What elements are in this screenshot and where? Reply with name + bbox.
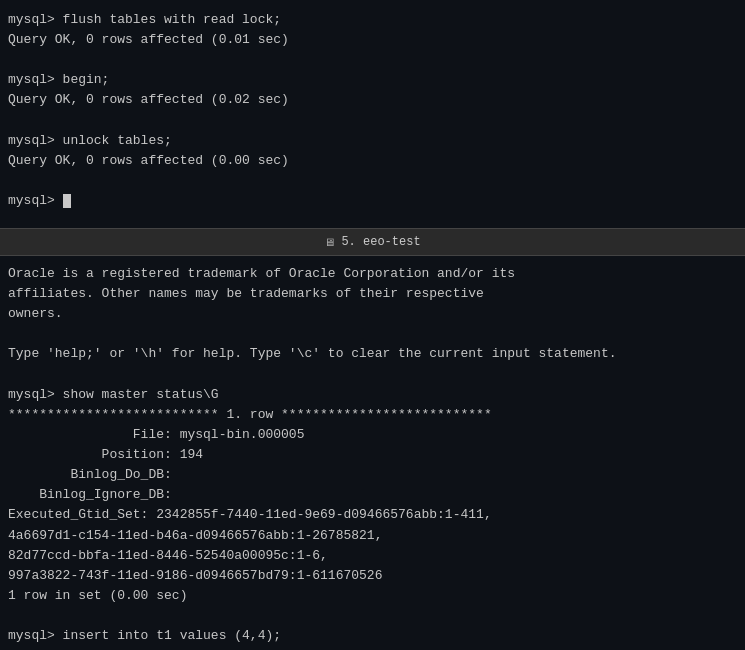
top-line-2: Query OK, 0 rows affected (0.01 sec) <box>8 30 737 50</box>
bottom-file: File: mysql-bin.000005 <box>8 425 737 445</box>
bottom-line-7: mysql> show master status\G <box>8 385 737 405</box>
bottom-gtid-4: 997a3822-743f-11ed-9186-d0946657bd79:1-6… <box>8 566 737 586</box>
top-prompt-cursor: mysql> <box>8 191 737 211</box>
bottom-row-count: 1 row in set (0.00 sec) <box>8 586 737 606</box>
top-line-4: Query OK, 0 rows affected (0.02 sec) <box>8 90 737 110</box>
tab-label[interactable]: 🖥 5. eeo-test <box>324 235 420 249</box>
tab-text: 5. eeo-test <box>341 235 420 249</box>
top-line-3: mysql> begin; <box>8 70 737 90</box>
top-line-5: mysql> unlock tables; <box>8 131 737 151</box>
bottom-insert-result: Query OK, 1 row affected (7.96 sec) <box>8 646 737 650</box>
bottom-terminal: Oracle is a registered trademark of Orac… <box>0 256 745 650</box>
bottom-line-5: Type 'help;' or '\h' for help. Type '\c'… <box>8 344 737 364</box>
bottom-binlog-do: Binlog_Do_DB: <box>8 465 737 485</box>
bottom-stars: *************************** 1. row *****… <box>8 405 737 425</box>
top-line-6: Query OK, 0 rows affected (0.00 sec) <box>8 151 737 171</box>
bottom-line-3: owners. <box>8 304 737 324</box>
top-terminal: mysql> flush tables with read lock; Quer… <box>0 0 745 228</box>
cursor <box>63 194 71 208</box>
bottom-gtid-2: 4a6697d1-c154-11ed-b46a-d09466576abb:1-2… <box>8 526 737 546</box>
bottom-position: Position: 194 <box>8 445 737 465</box>
tab-icon: 🖥 <box>324 236 335 249</box>
bottom-binlog-ignore: Binlog_Ignore_DB: <box>8 485 737 505</box>
bottom-gtid-1: Executed_Gtid_Set: 2342855f-7440-11ed-9e… <box>8 505 737 525</box>
bottom-gtid-3: 82d77ccd-bbfa-11ed-8446-52540a00095c:1-6… <box>8 546 737 566</box>
bottom-insert: mysql> insert into t1 values (4,4); <box>8 626 737 646</box>
tab-bar: 🖥 5. eeo-test <box>0 228 745 256</box>
bottom-line-2: affiliates. Other names may be trademark… <box>8 284 737 304</box>
top-line-1: mysql> flush tables with read lock; <box>8 10 737 30</box>
bottom-line-1: Oracle is a registered trademark of Orac… <box>8 264 737 284</box>
